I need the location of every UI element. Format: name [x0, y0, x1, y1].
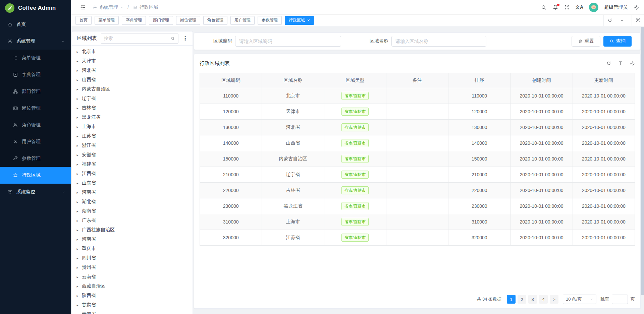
- tab[interactable]: 岗位管理 ×: [176, 16, 200, 25]
- tree-item[interactable]: ▸ 陕西省: [72, 291, 193, 300]
- tree-item[interactable]: ▸ 天津市: [72, 56, 193, 66]
- tree-item[interactable]: ▸ 辽宁省: [72, 94, 193, 103]
- jump-page-input[interactable]: [612, 295, 628, 304]
- caret-right-icon[interactable]: ▸: [75, 181, 79, 185]
- breadcrumb-section[interactable]: 系统管理: [99, 4, 118, 10]
- tree-search-button[interactable]: [167, 34, 178, 43]
- tab[interactable]: 部门管理 ×: [149, 16, 173, 25]
- username[interactable]: 超级管理员: [604, 4, 628, 10]
- caret-right-icon[interactable]: ▸: [75, 209, 79, 213]
- tree-item[interactable]: ▸ 吉林省: [72, 103, 193, 113]
- caret-right-icon[interactable]: ▸: [75, 163, 79, 166]
- tree-more-menu-icon[interactable]: ⋮: [181, 35, 189, 42]
- caret-right-icon[interactable]: ▸: [75, 294, 79, 298]
- sidebar-subitem[interactable]: 部门管理: [0, 83, 71, 100]
- sidebar-subitem[interactable]: 岗位管理: [0, 100, 71, 117]
- tree-item[interactable]: ▸ 重庆市: [72, 244, 193, 253]
- notification-bell[interactable]: [552, 4, 558, 10]
- settings-gear-icon[interactable]: [633, 4, 639, 10]
- table-row[interactable]: 150000 内蒙古自治区 省市/直辖市 150000 2020-10-01 0…: [200, 151, 635, 167]
- table-row[interactable]: 110000 北京市 省市/直辖市 110000 2020-10-01 00:0…: [200, 88, 635, 104]
- table-row[interactable]: 130000 河北省 省市/直辖市 130000 2020-10-01 00:0…: [200, 120, 635, 135]
- tree-item[interactable]: ▸ 北京市: [72, 47, 193, 56]
- table-header-cell[interactable]: 区域类型: [324, 73, 386, 88]
- sidebar-group-monitor[interactable]: 系统监控: [0, 184, 71, 200]
- reset-button[interactable]: 重置: [572, 36, 600, 47]
- query-button[interactable]: 查询: [603, 36, 632, 47]
- refresh-tab-button[interactable]: [603, 15, 616, 26]
- caret-right-icon[interactable]: ▸: [75, 219, 79, 223]
- tree-item[interactable]: ▸ 湖北省: [72, 197, 193, 206]
- caret-right-icon[interactable]: ▸: [75, 313, 79, 314]
- caret-right-icon[interactable]: ▸: [75, 153, 79, 157]
- caret-right-icon[interactable]: ▸: [75, 247, 79, 251]
- tab[interactable]: 首页 ×: [75, 16, 92, 25]
- caret-right-icon[interactable]: ▸: [75, 134, 79, 138]
- table-header-cell[interactable]: 创建时间: [511, 73, 573, 88]
- tree-item[interactable]: ▸ 广东省: [72, 216, 193, 225]
- caret-right-icon[interactable]: ▸: [75, 172, 79, 176]
- caret-right-icon[interactable]: ▸: [75, 238, 79, 241]
- table-header-cell[interactable]: 排序: [448, 73, 511, 88]
- tree-item[interactable]: ▸ 河南省: [72, 188, 193, 197]
- caret-right-icon[interactable]: ▸: [75, 191, 79, 194]
- column-settings-gear-icon[interactable]: [630, 61, 635, 66]
- refresh-icon[interactable]: [606, 61, 611, 66]
- region-name-input[interactable]: [391, 36, 486, 47]
- tab-options-button[interactable]: [616, 15, 628, 26]
- page-size-select[interactable]: 10 条/页: [563, 295, 596, 304]
- vertical-scrollbar[interactable]: [641, 26, 644, 314]
- maximize-content-button[interactable]: [632, 15, 644, 26]
- table-row[interactable]: 310000 上海市 省市/直辖市 310000 2020-10-01 00:0…: [200, 214, 635, 230]
- tree-item[interactable]: ▸ 江西省: [72, 169, 193, 178]
- table-row[interactable]: 120000 天津市 省市/直辖市 120000 2020-10-01 00:0…: [200, 104, 635, 120]
- caret-right-icon[interactable]: ▸: [75, 256, 79, 260]
- tab[interactable]: 行政区域 ×: [285, 16, 314, 25]
- tree-item[interactable]: ▸ 黑龙江省: [72, 113, 193, 122]
- table-header-cell[interactable]: 区域编码: [200, 73, 262, 88]
- search-icon[interactable]: [541, 4, 547, 10]
- caret-right-icon[interactable]: ▸: [75, 144, 79, 147]
- tree-item[interactable]: ▸ 贵州省: [72, 263, 193, 272]
- tree-item[interactable]: ▸ 浙江省: [72, 141, 193, 150]
- caret-right-icon[interactable]: ▸: [75, 303, 79, 307]
- caret-right-icon[interactable]: ▸: [75, 50, 79, 54]
- tree-item[interactable]: ▸ 山西省: [72, 75, 193, 84]
- tree-item[interactable]: ▸ 山东省: [72, 178, 193, 188]
- tree-item[interactable]: ▸ 青海省: [72, 310, 193, 314]
- tab[interactable]: 菜单管理 ×: [95, 16, 119, 25]
- sidebar-group-system[interactable]: 系统管理: [0, 33, 71, 50]
- translate-icon[interactable]: 文A: [575, 4, 583, 10]
- caret-right-icon[interactable]: ▸: [75, 200, 79, 204]
- tab[interactable]: 字典管理 ×: [122, 16, 146, 25]
- tab[interactable]: 用户管理 ×: [230, 16, 255, 25]
- sidebar-subitem[interactable]: 用户管理: [0, 133, 71, 150]
- sidebar-subitem[interactable]: 行政区域: [0, 167, 71, 184]
- caret-right-icon[interactable]: ▸: [75, 228, 79, 232]
- caret-right-icon[interactable]: ▸: [75, 125, 79, 129]
- fullscreen-icon[interactable]: [564, 5, 570, 10]
- tree-item[interactable]: ▸ 江苏省: [72, 131, 193, 141]
- sidebar-subitem[interactable]: 字典管理: [0, 66, 71, 83]
- sidebar-subitem[interactable]: 参数管理: [0, 150, 71, 167]
- tree-item[interactable]: ▸ 河北省: [72, 66, 193, 75]
- tree-item[interactable]: ▸ 广西壮族自治区: [72, 225, 193, 235]
- table-header-cell[interactable]: 备注: [386, 73, 448, 88]
- sidebar-item-home[interactable]: 首页: [0, 16, 71, 33]
- avatar[interactable]: [589, 3, 598, 12]
- caret-right-icon[interactable]: ▸: [75, 78, 79, 82]
- scrollbar-thumb[interactable]: [641, 27, 644, 295]
- sidebar-subitem[interactable]: 菜单管理: [0, 50, 71, 66]
- tree-item[interactable]: ▸ 内蒙古自治区: [72, 84, 193, 94]
- tree-item[interactable]: ▸ 云南省: [72, 272, 193, 281]
- table-header-cell[interactable]: 更新时间: [573, 73, 635, 88]
- caret-right-icon[interactable]: ▸: [75, 116, 79, 119]
- caret-right-icon[interactable]: ▸: [75, 69, 79, 72]
- table-row[interactable]: 220000 吉林省 省市/直辖市 220000 2020-10-01 00:0…: [200, 183, 635, 198]
- page-number-button[interactable]: 4: [539, 295, 548, 304]
- tree-item[interactable]: ▸ 海南省: [72, 235, 193, 244]
- tab[interactable]: 角色管理 ×: [203, 16, 227, 25]
- caret-right-icon[interactable]: ▸: [75, 87, 79, 91]
- table-header-cell[interactable]: 区域名称: [262, 73, 324, 88]
- caret-right-icon[interactable]: ▸: [75, 285, 79, 288]
